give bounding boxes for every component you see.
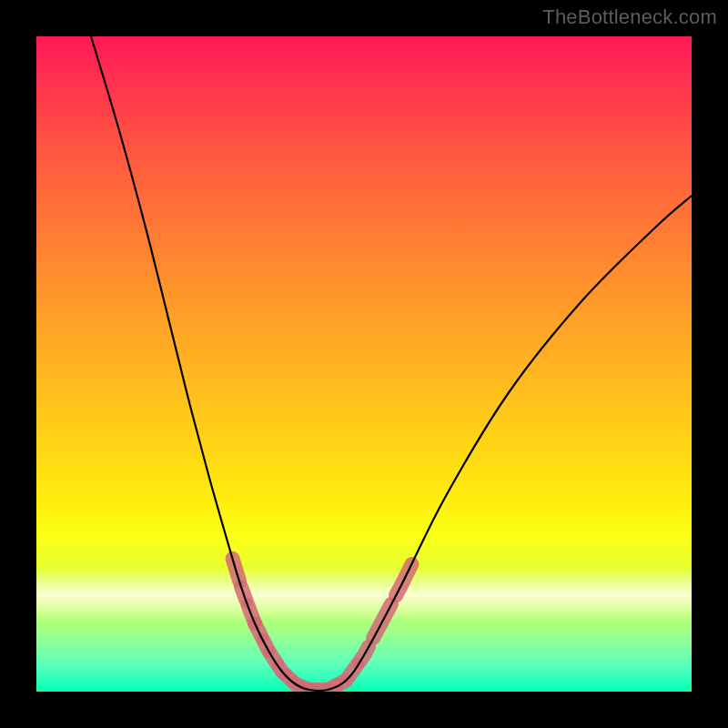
plot-area (36, 36, 692, 692)
chart-frame: TheBottleneck.com (0, 0, 728, 728)
curve-layer (36, 36, 692, 692)
watermark-text: TheBottleneck.com (542, 5, 717, 29)
notch-highlights (233, 559, 412, 690)
